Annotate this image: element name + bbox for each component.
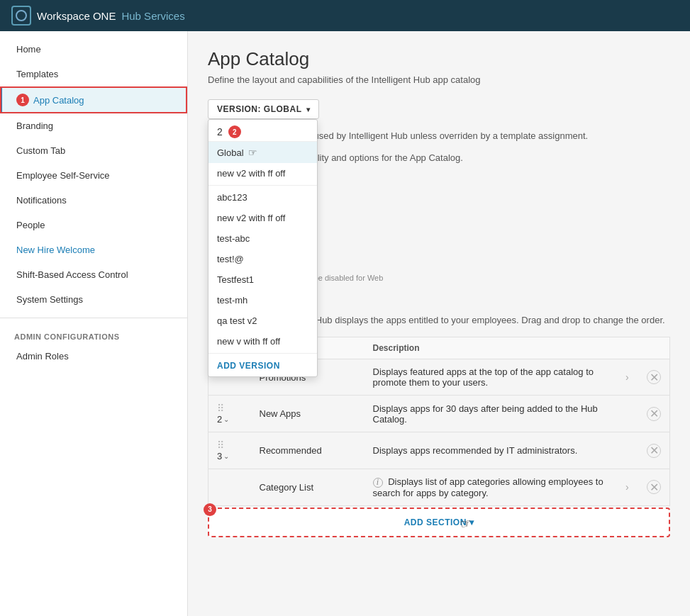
dropdown-count: 2	[217, 126, 223, 138]
table-row: ⠿ 2 ⌄ New Apps Displays apps for 30 days…	[208, 396, 670, 432]
chevron-cell-new-apps	[617, 396, 638, 432]
recommended-label: Recommended	[260, 445, 322, 456]
drag-handle-icon[interactable]: ⠿	[217, 403, 224, 414]
sidebar-item-branding[interactable]: Branding	[0, 113, 187, 138]
sidebar-item-templates[interactable]: Templates	[0, 62, 187, 86]
sidebar-divider	[0, 318, 187, 318]
header-hub-title: Hub Services	[121, 10, 184, 22]
dropdown-item-test-mh[interactable]: test-mh	[208, 290, 317, 310]
sidebar-item-branding-label: Branding	[16, 121, 53, 131]
order-cell-recommended: ⠿ 3 ⌄	[208, 432, 251, 469]
chevron-cell-recommended	[617, 432, 638, 469]
dropdown-item-test-exclaim[interactable]: test!@	[208, 249, 317, 269]
sidebar-item-shift-based-access[interactable]: Shift-Based Access Control	[0, 262, 187, 287]
col-description: Description	[365, 337, 618, 359]
drag-handle-icon[interactable]: ⠿	[217, 439, 224, 451]
sidebar-admin-section-label: ADMIN CONFIGURATIONS	[0, 324, 187, 344]
dropdown-item-global-label: Global	[217, 147, 244, 158]
dropdown-item-abc123[interactable]: abc123	[208, 187, 317, 208]
sidebar-item-home-label: Home	[16, 44, 41, 55]
sidebar-item-app-catalog-inner: 1 App Catalog	[16, 94, 173, 106]
dropdown-item-abc123-label: abc123	[217, 192, 247, 203]
order-select-recommended[interactable]: 3 ⌄	[217, 451, 243, 461]
remove-recommended-button[interactable]: ✕	[647, 444, 661, 458]
dropdown-item-test-abc[interactable]: test-abc	[208, 228, 317, 249]
chevron-cell-category-list: ›	[617, 469, 638, 506]
remove-new-apps-button[interactable]: ✕	[647, 407, 661, 421]
order-value-recommended: 3	[217, 451, 222, 461]
sidebar-item-settings-label: System Settings	[16, 294, 83, 305]
sidebar-item-app-catalog[interactable]: 1 App Catalog	[0, 86, 187, 113]
dropdown-item-new-v2-ff-off-label: new v2 with ff off	[217, 213, 285, 223]
desc-cell-new-apps: Displays apps for 30 days after being ad…	[365, 396, 618, 432]
desc-cell-promotions: Displays featured apps at the top of the…	[365, 359, 618, 396]
dropdown-item-new-v-ff-off-label: new v with ff off	[217, 336, 280, 347]
sidebar-item-custom-tab-label: Custom Tab	[16, 145, 65, 156]
order-select-new-apps[interactable]: 2 ⌄	[217, 414, 243, 425]
dropdown-number: 2 2	[208, 120, 317, 142]
recommended-description: Displays apps recommended by IT administ…	[373, 445, 578, 456]
logo-circle	[16, 10, 27, 21]
name-cell-category-list: Category List	[251, 469, 365, 506]
dropdown-divider-2	[208, 353, 317, 354]
chevron-right-icon[interactable]: ›	[625, 371, 629, 383]
remove-category-list-button[interactable]: ✕	[647, 480, 661, 494]
order-cell-category-list	[208, 469, 251, 506]
page-title: App Catalog	[208, 48, 670, 70]
dropdown-item-new-v2-ff-off[interactable]: new v2 with ff off	[208, 208, 317, 228]
sidebar-item-notifications[interactable]: Notifications	[0, 188, 187, 213]
version-button-label: VERSION: GLOBAL	[217, 104, 302, 114]
sidebar-item-new-hire-label: New Hire Welcome	[16, 245, 95, 255]
sidebar-item-employee-self-service[interactable]: Employee Self-Service	[0, 163, 187, 188]
cursor-icon: ☞	[248, 147, 257, 158]
desc-cell-category-list: i Displays list of app categories allowi…	[365, 469, 618, 506]
new-apps-description: Displays apps for 30 days after being ad…	[373, 403, 598, 425]
order-arrow-icon: ⌄	[223, 415, 229, 423]
info-icon: i	[373, 478, 383, 488]
category-list-description: Displays list of app categories allowing…	[373, 476, 603, 498]
version-dropdown-button[interactable]: VERSION: GLOBAL ▾	[208, 99, 319, 119]
chevron-right-icon[interactable]: ›	[625, 481, 629, 493]
dropdown-item-global[interactable]: Global ☞	[208, 142, 317, 163]
dropdown-item-test-exclaim-label: test!@	[217, 254, 244, 264]
remove-cell-recommended: ✕	[638, 432, 670, 469]
remove-cell-promotions: ✕	[638, 359, 670, 396]
header-workspace-title: Workspace ONE	[37, 10, 116, 22]
new-apps-label: New Apps	[260, 408, 301, 419]
sidebar-item-home[interactable]: Home	[0, 37, 187, 62]
dropdown-divider-1	[208, 185, 317, 186]
add-section-annotation-3: 3	[204, 503, 216, 516]
chevron-cell-promotions: ›	[617, 359, 638, 396]
sidebar-item-templates-label: Templates	[16, 69, 58, 79]
dropdown-item-testfest1[interactable]: Testfest1	[208, 269, 317, 290]
dropdown-item-qa-test-v2[interactable]: qa test v2	[208, 310, 317, 331]
name-cell-recommended: Recommended	[251, 432, 365, 469]
sidebar-item-system-settings[interactable]: System Settings	[0, 287, 187, 312]
sidebar-item-people[interactable]: People	[0, 213, 187, 237]
page-subtitle: Define the layout and capabilities of th…	[208, 74, 670, 85]
table-row: Category List i Displays list of app cat…	[208, 469, 670, 506]
sidebar-item-custom-tab[interactable]: Custom Tab	[0, 138, 187, 163]
add-section-label: ADD SECTION	[404, 517, 467, 527]
sidebar-item-app-catalog-label: App Catalog	[33, 95, 84, 106]
order-cell-new-apps: ⠿ 2 ⌄	[208, 396, 251, 432]
name-cell-new-apps: New Apps	[251, 396, 365, 432]
sidebar-annotation-1: 1	[16, 94, 29, 106]
remove-cell-category-list: ✕	[638, 469, 670, 506]
dropdown-item-new-v2-short[interactable]: new v2 with ff off	[208, 163, 317, 184]
app-header: Workspace ONE Hub Services	[0, 0, 690, 31]
table-row: ⠿ 3 ⌄ Recommended Displays apps recommen…	[208, 432, 670, 469]
main-layout: Home Templates 1 App Catalog Branding Cu…	[0, 31, 690, 616]
sidebar-item-new-hire-welcome[interactable]: New Hire Welcome	[0, 237, 187, 262]
desc-cell-recommended: Displays apps recommended by IT administ…	[365, 432, 618, 469]
sidebar-item-admin-roles-label: Admin Roles	[16, 351, 69, 362]
dropdown-item-test-abc-label: test-abc	[217, 233, 250, 244]
add-section-container[interactable]: 3 ADD SECTION ▾ ☞	[208, 508, 670, 537]
main-content: App Catalog Define the layout and capabi…	[188, 31, 690, 616]
sidebar-item-shift-label: Shift-Based Access Control	[16, 269, 128, 280]
add-version-button[interactable]: ADD VERSION	[208, 355, 317, 376]
col-remove	[638, 337, 670, 359]
sidebar-item-admin-roles[interactable]: Admin Roles	[0, 344, 187, 369]
remove-promotions-button[interactable]: ✕	[647, 370, 661, 384]
dropdown-item-new-v-ff-off[interactable]: new v with ff off	[208, 331, 317, 352]
